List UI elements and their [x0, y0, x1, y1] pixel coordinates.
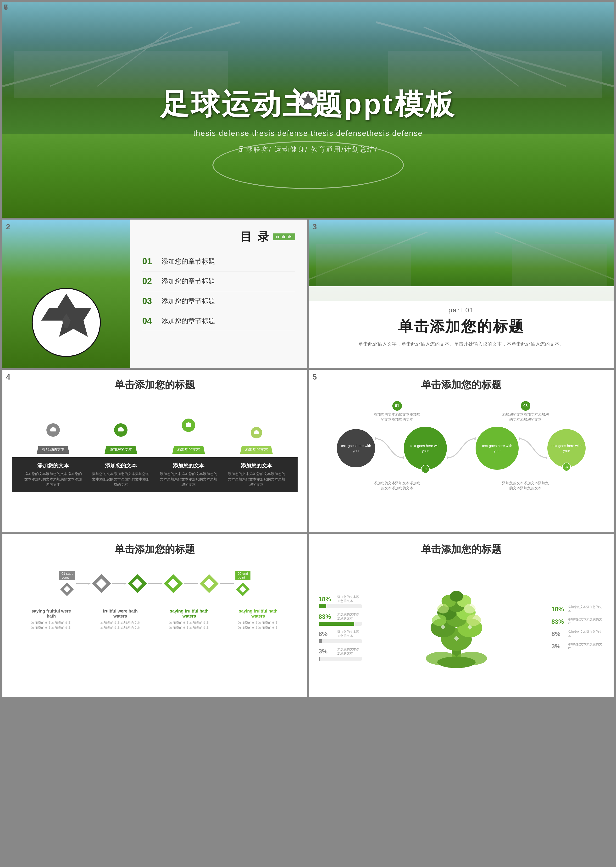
- svg-point-34: [519, 437, 520, 440]
- slide7-number: 7: [3, 3, 8, 12]
- slide5-bottom-text-2: 添加您的文本添加文本添加您的文本添加您的文本: [373, 481, 421, 490]
- pin-icon-4: [249, 426, 264, 444]
- slide5-connector-svg-3: [519, 429, 547, 467]
- slide7-bar-desc-3: 添加您的文本添加您的文本: [337, 630, 362, 638]
- pin-icon-2: [112, 423, 129, 444]
- svg-point-73: [467, 614, 481, 626]
- slide6-node-4: [163, 574, 183, 593]
- svg-point-35: [546, 456, 547, 459]
- slide7-title: 单击添加您的标题: [319, 543, 604, 556]
- svg-marker-55: [232, 583, 234, 584]
- slide2-main-title: 目 录: [240, 229, 270, 244]
- slide7-right-pct-3: 8%: [552, 630, 566, 638]
- slide7-right-row-4: 3% 添加您的文本添加您的文本: [552, 642, 604, 650]
- pedestal-3: 添加您的文本: [172, 446, 205, 454]
- timeline-item-4: 添加您的文本: [240, 426, 273, 454]
- slide3-description: 单击此处输入文字，单击此处输入您的文本。单击此处输入您的文本，本单击此处输入您的…: [358, 340, 564, 348]
- slide4-label-4: 添加您的文本 添加您的文本添加您的文本添加您的文本添加您的文本添加您的文本添加您…: [226, 462, 286, 487]
- slide7-right-pct-4: 3%: [552, 642, 566, 650]
- slide4-labels: 添加您的文本 添加您的文本添加您的文本添加您的文本添加您的文本添加您的文本添加您…: [12, 457, 298, 492]
- svg-rect-17: [512, 244, 607, 286]
- slide5-connector-svg-2: [447, 429, 476, 467]
- slide7-bar-desc-1: 添加您的文本添加您的文本: [337, 595, 362, 603]
- slide4-label-1: 添加您的文本 添加您的文本添加您的文本添加您的文本添加您的文本添加您的文本添加您…: [23, 462, 83, 487]
- slide6-label4-desc: 添加您的文本添加您的文本添加您的文本添加您的文本: [237, 620, 280, 630]
- slide5-badge-01: 01: [392, 401, 402, 411]
- slide7-bar-row-2: 83% 添加您的文本添加您的文本: [319, 613, 362, 626]
- slide6-start-label: 01 startpoint: [59, 571, 75, 580]
- slide7-left-bars: 18% 添加您的文本添加您的文本 83% 添加您的文本添加您的文本: [319, 565, 362, 690]
- slide4-label1-title: 添加您的文本: [23, 462, 83, 469]
- slide6-label1-desc: 添加您的文本添加您的文本添加您的文本添加您的文本: [30, 620, 73, 630]
- slide2-text-2: 添加您的章节标题: [162, 277, 215, 286]
- slide2-ball-icon: [30, 286, 102, 358]
- slide7-right-desc-3: 添加您的文本添加您的文本: [568, 630, 604, 638]
- slide4-label4-desc: 添加您的文本添加您的文本添加您的文本添加您的文本添加您的文本添加您的文本: [226, 471, 286, 487]
- slide4-title: 单击添加您的标题: [12, 378, 298, 391]
- slide7-right-row-3: 8% 添加您的文本添加您的文本: [552, 630, 604, 638]
- slide3-number: 3: [313, 222, 317, 231]
- slide2-content: 目 录 contents 01 添加您的章节标题 02 添加您的章节标题 03 …: [130, 220, 307, 368]
- slide7-bar-fill-1: [319, 605, 326, 608]
- slide3-part: part 01: [448, 306, 474, 314]
- timeline-item-2: 添加您的文本: [105, 423, 137, 454]
- slide5-connector-svg: [375, 429, 404, 467]
- svg-marker-47: [160, 583, 162, 584]
- slide7-right-pct-1: 18%: [552, 606, 566, 613]
- slide7-pct-3: 8%: [319, 630, 335, 638]
- slide5-circle3-text: text goes here with your: [479, 443, 515, 453]
- slide2-item-2: 02 添加您的章节标题: [142, 272, 295, 291]
- slide7-pct-4: 3%: [319, 648, 335, 655]
- slide4-label-2: 添加您的文本 添加您的文本添加您的文本添加您的文本添加您的文本添加您的文本添加您…: [91, 462, 151, 487]
- slide7-bar-row-4: 3% 添加您的文本添加您的文本: [319, 647, 362, 661]
- slide7-bar-fill-3: [319, 639, 322, 643]
- slide2-text-3: 添加您的章节标题: [162, 297, 215, 306]
- slide6-diamond-2: [92, 574, 111, 593]
- slide5-top-label-3: 03 添加您的文本添加文本添加您的文本添加您的文本: [502, 401, 550, 422]
- svg-point-31: [402, 456, 404, 459]
- slide6-label1-title: saying fruitful were hath: [30, 609, 73, 619]
- slide6-node-2: [92, 574, 111, 593]
- slide6-arrow-4: [184, 583, 198, 584]
- slide7-bar-track-3: [319, 639, 362, 643]
- slide6-diamond-3: [128, 574, 147, 593]
- pin-icon-1: [45, 423, 61, 444]
- slide2: 2 目 录 contents 01: [2, 220, 307, 368]
- slide6-label4-title: saying fruitful hath waters: [237, 609, 280, 619]
- slide6-label2-desc: 添加您的文本添加您的文本添加您的文本添加您的文本: [99, 620, 142, 630]
- slide4-label-3: 添加您的文本 添加您的文本添加您的文本添加您的文本添加您的文本添加您的文本添加您…: [159, 462, 218, 487]
- slide7-right-bars: 18% 添加您的文本添加您的文本 83% 添加您的文本添加您的文本 8% 添加您…: [552, 565, 604, 690]
- slide7-right-pct-2: 83%: [552, 618, 566, 625]
- pedestal-2: 添加您的文本: [105, 446, 137, 454]
- slide7-bar-track-1: [319, 605, 362, 608]
- slide6-arrow-1: [76, 583, 91, 584]
- pin-icon-3: [180, 418, 197, 444]
- slide5-circle4-text: text goes here with your: [551, 443, 582, 453]
- slide5-bottom-labels: 添加您的文本添加文本添加您的文本添加您的文本 添加您的文本添加文本添加您的文本添…: [319, 476, 604, 490]
- slide1-tags: 足球联赛/ 运动健身/ 教育通用/计划总结/: [160, 145, 456, 154]
- slide7-pct-1: 18%: [319, 595, 335, 603]
- slide4-timeline: 添加您的文本 添加您的文本 添加您的文本: [12, 401, 298, 454]
- slide7-right-row-2: 83% 添加您的文本添加您的文本: [552, 617, 604, 626]
- slide6-label2-title: fruitful were hath waters: [99, 609, 142, 619]
- slide6-arrow-2: [112, 583, 127, 584]
- svg-point-61: [437, 657, 476, 668]
- slide2-num-2: 02: [142, 276, 154, 286]
- svg-point-75: [464, 604, 476, 614]
- slide2-item-4: 04 添加您的章节标题: [142, 311, 295, 331]
- slide6-node-end: 06 endpoint: [236, 571, 250, 597]
- slide7-right-desc-4: 添加您的文本添加您的文本: [568, 642, 604, 650]
- slide5-circle-1: text goes here with your: [337, 429, 375, 467]
- slide6-title: 单击添加您的标题: [12, 543, 298, 556]
- slide2-num-3: 03: [142, 296, 154, 306]
- slide4-label3-title: 添加您的文本: [159, 462, 218, 469]
- pedestal-4: 添加您的文本: [240, 446, 273, 454]
- slide6-arrow-5: [220, 583, 234, 584]
- slide7-pct-2: 83%: [319, 613, 335, 620]
- slide4-label4-title: 添加您的文本: [226, 462, 286, 469]
- slide6-label-3: saying fruitful hath waters 添加您的文本添加您的文本…: [168, 609, 211, 630]
- slide7-right-row-1: 18% 添加您的文本添加您的文本: [552, 605, 604, 613]
- slide5-circle-4: text goes here with your 04: [547, 429, 586, 467]
- slide3-title: 单击添加您的标题: [398, 316, 524, 336]
- slide6-arrow-3: [148, 583, 162, 584]
